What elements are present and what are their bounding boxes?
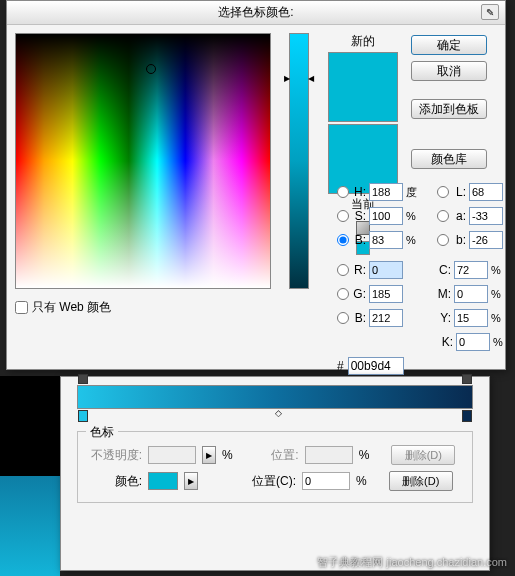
lab-b-input[interactable] (469, 231, 503, 249)
k-input[interactable] (456, 333, 490, 351)
s-radio[interactable] (337, 210, 349, 222)
hue-slider[interactable]: ▶ ◀ (289, 33, 309, 289)
position2-unit: % (356, 474, 367, 488)
b-rgb-radio[interactable] (337, 312, 349, 324)
web-colors-input[interactable] (15, 301, 28, 314)
hue-arrow-left-icon: ▶ (284, 74, 290, 83)
a-radio[interactable] (437, 210, 449, 222)
r-input[interactable] (369, 261, 403, 279)
b-hsb-unit: % (406, 234, 420, 246)
cancel-button[interactable]: 取消 (411, 61, 487, 81)
lab-b-radio[interactable] (437, 234, 449, 246)
r-label: R: (352, 263, 366, 277)
delete-opacity-button: 删除(D) (391, 445, 455, 465)
color-dialog-title: 选择色标颜色: (218, 4, 293, 21)
watermark-text: 智子典教程网 jiaocheng.chazidian.com (317, 555, 507, 570)
g-label: G: (352, 287, 366, 301)
k-unit: % (493, 336, 507, 348)
r-radio[interactable] (337, 264, 349, 276)
s-input[interactable] (369, 207, 403, 225)
lab-b-label: b: (452, 233, 466, 247)
web-colors-label: 只有 Web 颜色 (32, 299, 111, 316)
c-unit: % (491, 264, 505, 276)
color-stop-left[interactable] (78, 410, 88, 422)
add-swatch-button[interactable]: 添加到色板 (411, 99, 487, 119)
c-label: C: (437, 263, 451, 277)
opacity-stop-right[interactable] (462, 374, 472, 384)
background-swatch (0, 376, 60, 576)
hex-input[interactable] (348, 357, 404, 375)
midpoint-icon[interactable]: ◇ (275, 408, 282, 418)
opacity-input (148, 446, 196, 464)
color-values-panel: H: 度 L: S: % a: B: % b: R: (337, 181, 507, 375)
y-unit: % (491, 312, 505, 324)
m-unit: % (491, 288, 505, 300)
b-hsb-input[interactable] (369, 231, 403, 249)
hex-prefix: # (337, 359, 344, 373)
a-label: a: (452, 209, 466, 223)
h-input[interactable] (369, 183, 403, 201)
opacity-stop-left[interactable] (78, 374, 88, 384)
b-radio[interactable] (337, 234, 349, 246)
color-spectrum[interactable] (15, 33, 271, 289)
s-unit: % (406, 210, 420, 222)
position1-input (305, 446, 353, 464)
b-rgb-input[interactable] (369, 309, 403, 327)
a-input[interactable] (469, 207, 503, 225)
new-color-swatch (328, 52, 398, 122)
hue-arrow-right-icon: ◀ (308, 74, 314, 83)
position1-unit: % (359, 448, 370, 462)
new-color-label: 新的 (351, 33, 375, 50)
position2-label: 位置(C): (246, 473, 296, 490)
m-label: M: (437, 287, 451, 301)
stops-group-label: 色标 (86, 424, 118, 441)
opacity-dropdown-icon: ▶ (202, 446, 216, 464)
color-library-button[interactable]: 颜色库 (411, 149, 487, 169)
y-label: Y: (437, 311, 451, 325)
b-hsb-label: B: (352, 233, 366, 247)
delete-color-button[interactable]: 删除(D) (389, 471, 453, 491)
stops-group: 色标 不透明度: ▶ % 位置: % 删除(D) 颜色: ▶ 位置(C): (77, 431, 473, 503)
s-label: S: (352, 209, 366, 223)
color-dropdown-icon[interactable]: ▶ (184, 472, 198, 490)
h-unit: 度 (406, 185, 420, 200)
h-label: H: (352, 185, 366, 199)
color-picker-dialog: 选择色标颜色: ✎ 只有 Web 颜色 ▶ ◀ 新的 当前 (6, 0, 506, 370)
g-input[interactable] (369, 285, 403, 303)
m-input[interactable] (454, 285, 488, 303)
color-label: 颜色: (86, 473, 142, 490)
k-label: K: (439, 335, 453, 349)
stop-color-swatch[interactable] (148, 472, 178, 490)
h-radio[interactable] (337, 186, 349, 198)
color-dialog-titlebar[interactable]: 选择色标颜色: ✎ (7, 1, 505, 25)
b-rgb-label: B: (352, 311, 366, 325)
y-input[interactable] (454, 309, 488, 327)
spectrum-cursor-icon (146, 64, 156, 74)
gradient-bar[interactable]: ◇ (77, 385, 473, 409)
l-input[interactable] (469, 183, 503, 201)
l-radio[interactable] (437, 186, 449, 198)
web-colors-checkbox[interactable]: 只有 Web 颜色 (15, 299, 275, 316)
opacity-unit: % (222, 448, 233, 462)
gradient-editor-dialog: ◇ 色标 不透明度: ▶ % 位置: % 删除(D) 颜色: ▶ 位 (60, 376, 490, 571)
color-stop-right[interactable] (462, 410, 472, 422)
ok-button[interactable]: 确定 (411, 35, 487, 55)
position2-input[interactable] (302, 472, 350, 490)
c-input[interactable] (454, 261, 488, 279)
opacity-label: 不透明度: (86, 447, 142, 464)
g-radio[interactable] (337, 288, 349, 300)
position1-label: 位置: (263, 447, 299, 464)
l-label: L: (452, 185, 466, 199)
dialog-brush-icon[interactable]: ✎ (481, 4, 499, 20)
